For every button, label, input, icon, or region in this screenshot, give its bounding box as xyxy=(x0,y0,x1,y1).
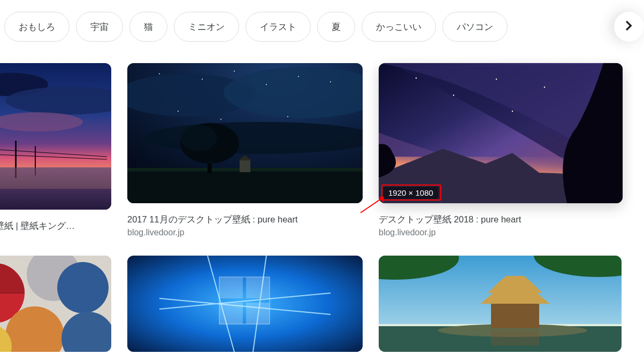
chevron-right-icon xyxy=(622,19,636,35)
result-card[interactable] xyxy=(0,256,111,352)
filter-chip-row: おもしろ 宇宙 猫 ミニオン イラスト 夏 かっこいい パソコン xyxy=(0,0,644,53)
svg-point-21 xyxy=(330,81,331,82)
result-card[interactable]: 2017 11月のデスクトップ壁紙 : pure heart blog.live… xyxy=(127,63,363,237)
svg-point-20 xyxy=(298,76,299,77)
svg-point-16 xyxy=(159,73,160,74)
svg-rect-53 xyxy=(127,256,363,352)
filter-chip-neko[interactable]: 猫 xyxy=(129,12,167,42)
svg-rect-25 xyxy=(127,170,363,203)
result-title: デスクトップ壁紙 2018 : pure heart xyxy=(379,214,623,226)
svg-point-41 xyxy=(512,111,513,112)
filter-chip-natsu[interactable]: 夏 xyxy=(317,12,355,42)
result-card[interactable]: 00)の壁紙 | 壁紙キング… xyxy=(0,63,111,237)
filter-chip-pasokon[interactable]: パソコン xyxy=(442,12,508,42)
svg-point-29 xyxy=(181,125,217,151)
svg-rect-11 xyxy=(0,167,111,189)
filter-chip-illust[interactable]: イラスト xyxy=(246,12,311,42)
svg-rect-61 xyxy=(246,303,270,324)
result-card[interactable]: 1920 × 1080 デスクトップ壁紙 2018 : pure heart b… xyxy=(379,63,623,237)
svg-point-38 xyxy=(453,95,454,96)
svg-point-19 xyxy=(266,84,267,85)
filter-chip-uchu[interactable]: 宇宙 xyxy=(76,12,123,42)
result-thumbnail[interactable]: 1920 × 1080 xyxy=(379,63,623,203)
result-card[interactable] xyxy=(127,256,363,352)
svg-point-39 xyxy=(496,79,497,80)
result-source: blog.livedoor.jp xyxy=(127,228,363,237)
svg-rect-60 xyxy=(219,303,243,324)
svg-rect-30 xyxy=(240,160,250,172)
result-thumbnail[interactable] xyxy=(379,256,622,352)
result-thumbnail[interactable] xyxy=(127,256,363,352)
filter-chip-kakkoii[interactable]: かっこいい xyxy=(362,12,436,42)
result-thumbnail[interactable] xyxy=(0,256,111,352)
result-thumbnail[interactable] xyxy=(0,63,111,210)
svg-point-24 xyxy=(287,116,288,117)
svg-point-47 xyxy=(57,262,109,313)
result-source: blog.livedoor.jp xyxy=(379,228,623,237)
result-thumbnail[interactable] xyxy=(127,63,363,203)
svg-point-17 xyxy=(202,79,203,80)
svg-point-22 xyxy=(178,111,179,112)
svg-point-23 xyxy=(220,119,221,120)
svg-point-40 xyxy=(544,87,545,88)
svg-rect-73 xyxy=(491,330,539,345)
filter-chip-omoshiro[interactable]: おもしろ xyxy=(4,12,70,42)
svg-marker-71 xyxy=(488,283,542,293)
result-title: 2017 11月のデスクトップ壁紙 : pure heart xyxy=(127,214,363,226)
svg-point-18 xyxy=(234,71,235,72)
chip-scroll-right-button[interactable] xyxy=(614,12,644,42)
result-card[interactable] xyxy=(379,256,622,352)
image-size-badge: 1920 × 1080 xyxy=(383,187,439,199)
svg-rect-69 xyxy=(491,302,539,328)
image-results-grid: 00)の壁紙 | 壁紙キング… xyxy=(0,63,644,352)
svg-point-37 xyxy=(416,78,417,79)
svg-rect-59 xyxy=(246,277,270,298)
svg-rect-58 xyxy=(219,277,243,298)
filter-chip-minion[interactable]: ミニオン xyxy=(174,12,239,42)
result-title: 00)の壁紙 | 壁紙キング… xyxy=(0,220,111,232)
